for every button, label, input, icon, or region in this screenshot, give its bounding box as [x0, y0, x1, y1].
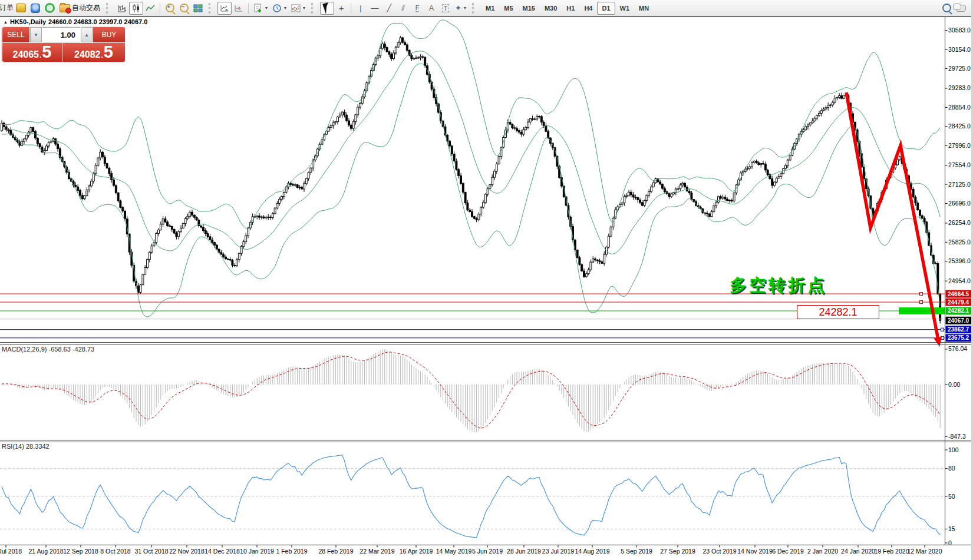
buy-price-pip: 5: [104, 43, 113, 61]
buy-price-main: 24082: [74, 46, 101, 64]
zoom-in-button[interactable]: +: [163, 2, 177, 15]
buy-label: BUY: [102, 31, 117, 39]
candlestick-icon: [131, 4, 141, 13]
candlestick-button[interactable]: [129, 2, 143, 15]
tile-windows-button[interactable]: [191, 2, 205, 15]
rsi-label: RSI(14) 28.3342: [2, 443, 50, 450]
date-label: 2 Jan 2020: [807, 548, 838, 555]
date-label: 23 Jul 2019: [542, 548, 574, 555]
volume-input[interactable]: 1.00: [42, 27, 80, 42]
date-label: 30 Jul 2018: [0, 548, 22, 555]
chart-window: 30583.030154.029725.029283.028854.028425…: [0, 16, 973, 560]
rsi-tick-label: 80: [948, 465, 955, 472]
price-tick-label: 29283.0: [948, 84, 971, 91]
date-label: 12 Sep 2018: [63, 548, 98, 555]
price-tick-label: 28425.0: [948, 122, 971, 130]
fibonacci-button[interactable]: F: [410, 2, 424, 15]
buy-price[interactable]: 24082.5: [62, 43, 125, 62]
charts-button[interactable]: [14, 2, 28, 15]
toolbar: 新订单 自动交易 + −: [0, 0, 973, 16]
date-label: 22 Nov 2018: [169, 548, 205, 555]
axes: 30583.030154.029725.029283.028854.028425…: [0, 17, 973, 555]
date-label: 6 Dec 2019: [772, 548, 804, 555]
auto-scroll-button[interactable]: [217, 2, 232, 15]
volume-down-button[interactable]: ▼: [30, 27, 42, 42]
chart-title: ▲ HK50-,Daily 24660.0 24683.0 23997.0 24…: [4, 18, 147, 25]
collapse-triangle-icon[interactable]: ▲: [4, 20, 8, 24]
arrows-button[interactable]: ✦▾: [453, 2, 469, 15]
date-label: 10 Jan 2019: [240, 548, 274, 555]
chat-button[interactable]: [954, 2, 968, 15]
macd-label: MACD(12,26,9) -658.63 -428.73: [2, 346, 94, 353]
text-button[interactable]: A: [424, 2, 438, 15]
tf-button-w1[interactable]: W1: [615, 2, 635, 15]
price-tick-label: 25825.0: [948, 238, 971, 246]
tf-button-d1[interactable]: D1: [597, 2, 615, 15]
tf-label: H1: [564, 5, 577, 12]
tf-button-mn[interactable]: MN: [634, 2, 654, 15]
periods-button[interactable]: ▾: [270, 2, 289, 15]
ohlc-values: 24660.0 24683.0 23997.0 24067.0: [48, 18, 147, 25]
bar-chart-button[interactable]: [115, 2, 129, 15]
search-icon: [942, 4, 951, 12]
crosshair-button[interactable]: +: [334, 2, 348, 15]
channel-icon: ⫽: [401, 4, 405, 13]
toolbar-grip: [209, 3, 215, 14]
clock-icon: [272, 4, 282, 13]
templates-button[interactable]: ▾: [289, 2, 308, 15]
channel-button[interactable]: ⫽: [396, 2, 410, 15]
line-handle[interactable]: [920, 301, 923, 304]
volume-up-button[interactable]: ▲: [81, 27, 93, 42]
crosshair-icon: +: [339, 3, 344, 13]
buy-button[interactable]: BUY: [93, 27, 125, 42]
new-order-button[interactable]: 新订单: [0, 3, 14, 13]
price-tick-label: 30154.0: [948, 46, 971, 53]
horizontal-line-icon: —: [371, 4, 379, 12]
market-watch-button[interactable]: [28, 2, 42, 15]
tf-button-m1[interactable]: M1: [481, 2, 499, 15]
indicators-button[interactable]: ▾: [251, 2, 270, 15]
autotrading-button[interactable]: 自动交易: [57, 2, 103, 15]
sell-price[interactable]: 24065.5: [2, 43, 62, 62]
price-tick-label: 27996.0: [948, 142, 971, 149]
connect-button[interactable]: [42, 2, 57, 15]
search-button[interactable]: [939, 2, 954, 15]
chevron-down-icon: ▾: [284, 5, 286, 11]
text-label-button[interactable]: T: [438, 2, 453, 15]
date-label: 22 Mar 2019: [360, 548, 395, 555]
price-callout-label[interactable]: 24282.1: [797, 305, 879, 319]
fibonacci-icon: F: [415, 4, 420, 12]
cursor-button[interactable]: [320, 2, 334, 15]
chart-shift-button[interactable]: [232, 2, 246, 15]
price-tick-label: 28854.0: [948, 104, 971, 111]
tf-button-h4[interactable]: H4: [579, 2, 597, 15]
horizontal-line-button[interactable]: —: [368, 2, 382, 15]
line-handle[interactable]: [941, 328, 944, 331]
trendline-button[interactable]: ╱: [382, 2, 396, 15]
zoom-in-icon: +: [166, 4, 174, 12]
tf-button-m30[interactable]: M30: [540, 2, 562, 15]
auto-scroll-icon: [220, 4, 229, 13]
tf-button-m15[interactable]: M15: [518, 2, 540, 15]
date-label: 19 Feb 2020: [875, 548, 909, 555]
tf-button-m5[interactable]: M5: [499, 2, 517, 15]
vertical-line-button[interactable]: |: [354, 2, 368, 15]
chevron-down-icon: ▾: [464, 5, 466, 11]
line-handle[interactable]: [920, 293, 923, 296]
macd-value: -658.63: [48, 346, 70, 353]
templates-icon: [291, 4, 301, 13]
chart-canvas[interactable]: 30583.030154.029725.029283.028854.028425…: [0, 16, 973, 560]
price-line-badge-label: 24282.1: [948, 307, 969, 314]
trend-arrow[interactable]: [846, 92, 938, 340]
macd-name: MACD(12,26,9): [2, 346, 47, 353]
date-label: 5 Sep 2019: [621, 548, 652, 555]
line-chart-button[interactable]: [143, 2, 157, 15]
tf-button-h1[interactable]: H1: [562, 2, 579, 15]
turning-point-annotation[interactable]: 多空转折点: [730, 274, 827, 297]
zoom-out-button[interactable]: −: [177, 2, 191, 15]
sell-button[interactable]: SELL: [2, 27, 29, 42]
autotrading-icon: [60, 4, 70, 12]
bollinger-upper: [2, 20, 940, 228]
tf-label: W1: [618, 5, 632, 12]
indicators-icon: [253, 4, 263, 13]
